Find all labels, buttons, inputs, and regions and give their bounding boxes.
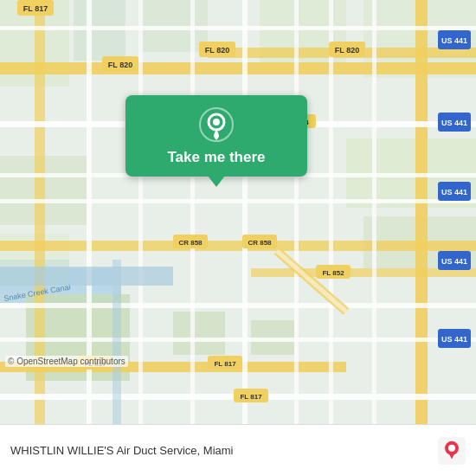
- svg-rect-35: [329, 0, 333, 424]
- svg-rect-36: [372, 0, 376, 424]
- svg-text:US 441: US 441: [441, 36, 467, 45]
- footer-bar: WHISTLIN WILLIE'S Air Duct Service, Miam…: [0, 424, 476, 476]
- svg-rect-25: [0, 199, 476, 203]
- svg-text:FL 817: FL 817: [240, 393, 262, 401]
- moovit-logo: [438, 437, 466, 465]
- svg-rect-32: [190, 0, 195, 424]
- svg-rect-73: [113, 260, 121, 424]
- svg-rect-29: [0, 26, 476, 30]
- svg-text:US 441: US 441: [441, 335, 467, 344]
- osm-credit: © OpenStreetMap contributors: [5, 356, 128, 367]
- svg-text:FL 820: FL 820: [205, 46, 229, 55]
- svg-text:FL 820: FL 820: [108, 61, 132, 69]
- map-container: FL 820 FL 820 FL 820 FL 817 US 441 US 44…: [0, 0, 476, 424]
- svg-rect-27: [0, 338, 476, 342]
- svg-text:US 441: US 441: [441, 119, 467, 127]
- map-callout[interactable]: Take me there: [125, 95, 307, 177]
- svg-rect-19: [415, 0, 428, 424]
- svg-rect-72: [0, 267, 173, 286]
- callout-label: Take me there: [167, 149, 265, 166]
- svg-text:CR 858: CR 858: [248, 239, 272, 247]
- moovit-logo-icon: [438, 437, 466, 465]
- svg-text:FL 817: FL 817: [214, 360, 236, 368]
- svg-rect-26: [0, 303, 476, 308]
- svg-point-79: [448, 444, 455, 451]
- svg-text:CR 858: CR 858: [178, 239, 203, 247]
- svg-rect-31: [138, 0, 143, 424]
- svg-rect-5: [173, 312, 225, 355]
- location-pin-icon: [199, 107, 234, 142]
- svg-text:FL 817: FL 817: [23, 4, 48, 13]
- svg-text:US 441: US 441: [441, 188, 467, 196]
- svg-rect-16: [0, 62, 476, 74]
- svg-rect-20: [0, 241, 476, 251]
- svg-rect-33: [242, 0, 248, 424]
- svg-text:US 441: US 441: [441, 257, 467, 266]
- svg-point-76: [213, 119, 220, 125]
- footer-business-text: WHISTLIN WILLIE'S Air Duct Service, Miam…: [10, 444, 429, 457]
- svg-text:FL 820: FL 820: [335, 46, 359, 55]
- svg-text:FL 852: FL 852: [322, 269, 344, 277]
- svg-rect-34: [294, 0, 299, 424]
